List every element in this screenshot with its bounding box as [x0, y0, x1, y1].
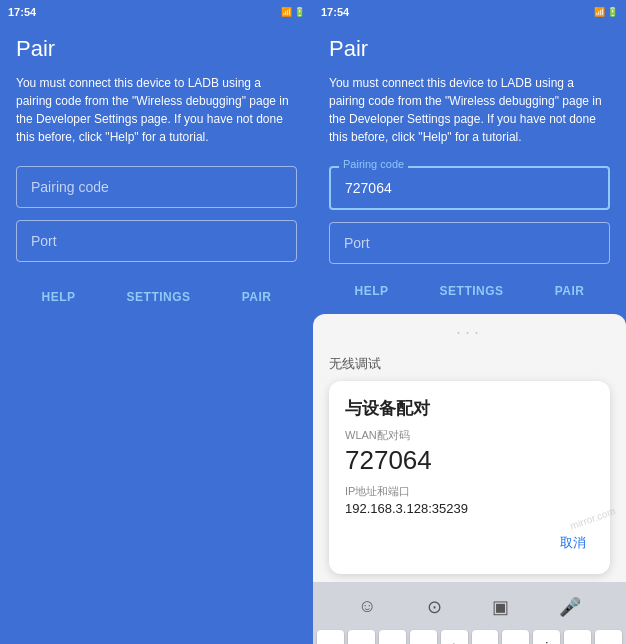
left-panel: 17:54 📶 🔋 Pair You must connect this dev…: [0, 0, 313, 644]
left-status-icons: 📶 🔋: [281, 7, 305, 17]
key-e[interactable]: e: [379, 630, 406, 644]
right-time: 17:54: [321, 6, 349, 18]
section-title: 无线调试: [313, 351, 626, 381]
right-pair-button[interactable]: PAIR: [545, 276, 595, 306]
keyboard-row-1: q w e r t y u i o p: [317, 630, 622, 644]
right-pairing-code-container: Pairing code: [329, 166, 610, 210]
dialog-title: 与设备配对: [345, 397, 594, 420]
battery-icon: 🔋: [294, 7, 305, 17]
mic-icon[interactable]: 🎤: [559, 596, 581, 618]
keyboard-icon-row: ☺ ⊙ ▣ 🎤: [317, 590, 622, 624]
left-port-input[interactable]: [16, 220, 297, 262]
key-i[interactable]: i: [533, 630, 560, 644]
wlan-label: WLAN配对码: [345, 428, 594, 443]
right-pairing-code-label: Pairing code: [339, 158, 408, 170]
right-blue-content: Pair You must connect this device to LAD…: [313, 24, 626, 322]
key-t[interactable]: t: [441, 630, 468, 644]
left-settings-button[interactable]: SETTINGS: [117, 282, 201, 312]
left-pairing-code-container: [16, 166, 297, 208]
right-port-container: [329, 222, 610, 264]
dialog-card: 与设备配对 WLAN配对码 727064 IP地址和端口 192.168.3.1…: [329, 381, 610, 574]
key-p[interactable]: p: [595, 630, 622, 644]
right-status-bar: 17:54 📶 🔋: [313, 0, 626, 24]
key-y[interactable]: y: [472, 630, 499, 644]
left-help-button[interactable]: HELP: [32, 282, 86, 312]
left-description: You must connect this device to LADB usi…: [16, 74, 297, 146]
cancel-button[interactable]: 取消: [552, 528, 594, 558]
key-r[interactable]: r: [410, 630, 437, 644]
key-w[interactable]: w: [348, 630, 375, 644]
wifi-icon: 📶: [281, 7, 292, 17]
dialog-buttons: 取消: [345, 528, 594, 558]
overlay-bottom-sheet: ··· 无线调试 与设备配对 WLAN配对码 727064 IP地址和端口 19…: [313, 314, 626, 644]
battery-icon-right: 🔋: [607, 7, 618, 17]
gif-icon[interactable]: ▣: [492, 596, 509, 618]
right-help-button[interactable]: HELP: [345, 276, 399, 306]
ip-address: 192.168.3.128:35239: [345, 501, 594, 516]
pairing-code-display: 727064: [345, 445, 594, 476]
left-port-container: [16, 220, 297, 262]
left-pairing-code-input[interactable]: [16, 166, 297, 208]
right-description: You must connect this device to LADB usi…: [329, 74, 610, 146]
left-status-bar: 17:54 📶 🔋: [0, 0, 313, 24]
right-port-input[interactable]: [329, 222, 610, 264]
right-status-icons: 📶 🔋: [594, 7, 618, 17]
left-page-title: Pair: [16, 36, 297, 62]
drag-handle: ···: [313, 314, 626, 351]
key-o[interactable]: o: [564, 630, 591, 644]
wifi-icon-right: 📶: [594, 7, 605, 17]
emoji-icon[interactable]: ☺: [358, 596, 376, 618]
right-settings-button[interactable]: SETTINGS: [430, 276, 514, 306]
ip-label: IP地址和端口: [345, 484, 594, 499]
key-q[interactable]: q: [317, 630, 344, 644]
sticker-icon[interactable]: ⊙: [427, 596, 442, 618]
right-panel: 17:54 📶 🔋 Pair You must connect this dev…: [313, 0, 626, 644]
right-action-buttons: HELP SETTINGS PAIR: [329, 276, 610, 306]
left-action-buttons: HELP SETTINGS PAIR: [16, 282, 297, 312]
right-pairing-code-input[interactable]: [329, 166, 610, 210]
right-page-title: Pair: [329, 36, 610, 62]
key-u[interactable]: u: [502, 630, 529, 644]
left-pair-button[interactable]: PAIR: [232, 282, 282, 312]
left-main-content: Pair You must connect this device to LAD…: [0, 24, 313, 644]
left-time: 17:54: [8, 6, 36, 18]
keyboard-area: ☺ ⊙ ▣ 🎤 q w e r t y u i o p a s: [313, 582, 626, 644]
